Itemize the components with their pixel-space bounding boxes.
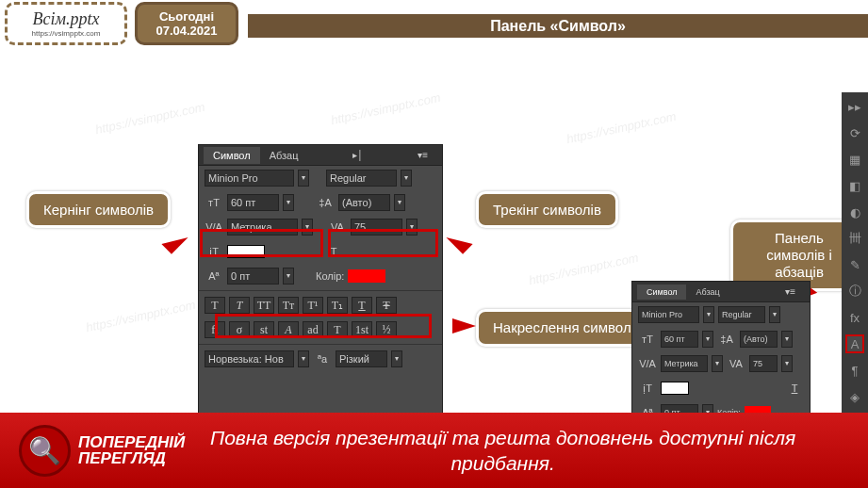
chevron-down-icon[interactable]: ▾: [283, 194, 294, 211]
tab-paragraph[interactable]: Абзац: [260, 147, 308, 164]
panel-tabs: Символ Абзац ▸│ ▾≡: [199, 145, 442, 166]
date-tag: Сьогодні 07.04.2021: [135, 2, 238, 45]
style-buttons-row: T T TT Tт T¹ T₁ T Ŧ: [199, 293, 442, 317]
kerning-select[interactable]: Метрика: [661, 355, 708, 372]
chevron-down-icon[interactable]: ▾: [298, 350, 309, 367]
layers-icon[interactable]: ◈: [845, 387, 864, 406]
arrow-icon: [161, 227, 188, 253]
stroke-icon: T: [324, 243, 343, 260]
history-icon[interactable]: ⟳: [845, 123, 864, 142]
footer-message: Повна версія презентації та решта доповн…: [185, 425, 868, 477]
text-color-swatch[interactable]: [348, 269, 385, 283]
leading-icon: ‡A: [717, 331, 736, 348]
antialias-select[interactable]: Різкий: [336, 350, 387, 367]
ot-ligatures[interactable]: fi: [205, 321, 225, 338]
ot-discretionary[interactable]: st: [254, 321, 274, 338]
panel-menu-icon[interactable]: ▾≡: [408, 147, 437, 163]
tracking-icon: VA: [328, 219, 347, 236]
watermark: https://vsimpptx.com: [528, 251, 640, 287]
chevron-down-icon[interactable]: ▾: [302, 219, 313, 236]
paragraph-panel-icon[interactable]: ¶: [845, 361, 864, 380]
panel-collapse-icon[interactable]: ▸│: [343, 147, 372, 163]
opentype-row: fi σ st A ad T 1st ½: [199, 317, 442, 342]
watermark: https://vsimpptx.com: [94, 100, 206, 137]
style-btn-italic[interactable]: T: [229, 297, 250, 314]
style-btn-underline[interactable]: T: [352, 297, 372, 314]
chevron-down-icon[interactable]: ▾: [298, 170, 309, 187]
language-select[interactable]: Норвезька: Нов: [205, 350, 294, 367]
chevron-down-icon[interactable]: ▾: [401, 170, 412, 187]
chevron-down-icon[interactable]: ▾: [769, 306, 780, 323]
font-size-input[interactable]: 60 пт: [661, 331, 698, 348]
chevron-down-icon[interactable]: ▾: [781, 355, 793, 372]
properties-icon[interactable]: 卌: [845, 229, 864, 248]
magnifier-icon: 🔍: [28, 435, 61, 466]
ot-stylistic[interactable]: ad: [303, 321, 323, 338]
expand-icon[interactable]: ▸▸: [845, 97, 864, 116]
style-btn-smallcaps[interactable]: Tт: [278, 297, 299, 314]
style-btn-regular[interactable]: T: [205, 297, 225, 314]
chevron-down-icon[interactable]: ▾: [702, 331, 713, 348]
chevron-down-icon[interactable]: ▾: [283, 268, 294, 285]
font-size-icon: тТ: [205, 194, 223, 211]
chevron-down-icon[interactable]: ▾: [781, 331, 793, 348]
font-size-input[interactable]: 60 пт: [227, 194, 279, 211]
leading-icon: ‡A: [316, 194, 335, 211]
watermark: https://vsimpptx.com: [85, 298, 197, 334]
fill-color-swatch[interactable]: [661, 382, 689, 395]
date-value: 07.04.2021: [156, 24, 217, 38]
tracking-input[interactable]: 75: [749, 355, 778, 372]
font-style-select[interactable]: Regular: [326, 170, 397, 187]
tab-paragraph[interactable]: Абзац: [686, 285, 729, 300]
styles-icon[interactable]: fx: [845, 308, 864, 327]
vscale-icon: ịT: [638, 380, 657, 397]
kerning-select[interactable]: Метрика: [227, 219, 298, 236]
adjustments-icon[interactable]: ◐: [845, 203, 864, 221]
chevron-down-icon[interactable]: ▾: [712, 355, 723, 372]
page-title: Панель «Символ»: [248, 14, 868, 38]
character-panel: Символ Абзац ▸│ ▾≡ Minion Pro▾ Regular▾ …: [198, 144, 443, 436]
chevron-down-icon[interactable]: ▾: [394, 194, 405, 211]
chevron-down-icon[interactable]: ▾: [703, 306, 714, 323]
ot-fractions[interactable]: ½: [376, 321, 397, 338]
leading-input[interactable]: (Авто): [338, 194, 390, 211]
preview-line2: ПЕРЕГЛЯД: [78, 450, 185, 466]
swatches-icon[interactable]: ▦: [845, 150, 864, 169]
logo-url: https://vsimpptx.com: [32, 29, 101, 38]
preview-badge: 🔍 ПОПЕРЕДНІЙ ПЕРЕГЛЯД: [19, 425, 185, 477]
chevron-down-icon[interactable]: ▾: [406, 219, 418, 236]
font-family-select[interactable]: Minion Pro: [205, 170, 294, 187]
ot-contextual[interactable]: σ: [229, 321, 250, 338]
character-panel-icon[interactable]: A: [845, 334, 864, 353]
ot-swash[interactable]: A: [278, 321, 299, 338]
chevron-down-icon[interactable]: ▾: [391, 350, 402, 367]
style-btn-subscript[interactable]: T₁: [327, 297, 348, 314]
ot-titling[interactable]: T: [327, 321, 348, 338]
style-btn-strike[interactable]: Ŧ: [376, 297, 397, 314]
date-label: Сьогодні: [159, 9, 214, 24]
font-style-select[interactable]: Regular: [718, 306, 765, 323]
kerning-icon: V/A: [638, 355, 657, 372]
baseline-input[interactable]: 0 пт: [227, 268, 279, 285]
logo-tag: Всім.pptx https://vsimpptx.com: [5, 2, 127, 45]
font-family-select[interactable]: Minion Pro: [638, 306, 699, 323]
callout-tracking: Трекінг символів: [476, 191, 618, 228]
tracking-icon: VA: [727, 355, 745, 372]
tab-symbol[interactable]: Символ: [637, 285, 686, 300]
panel-menu-icon[interactable]: ▾≡: [776, 284, 805, 300]
style-btn-superscript[interactable]: T¹: [303, 297, 323, 314]
preview-line1: ПОПЕРЕДНІЙ: [78, 434, 185, 450]
ot-ordinals[interactable]: 1st: [352, 321, 372, 338]
aa-icon: ªa: [313, 350, 332, 367]
info-icon[interactable]: ⓘ: [845, 282, 864, 301]
leading-input[interactable]: (Авто): [740, 331, 778, 348]
tab-symbol[interactable]: Символ: [204, 147, 260, 164]
logo-text: Всім.pptx: [33, 9, 100, 29]
style-btn-allcaps[interactable]: TT: [254, 297, 274, 314]
arrow-icon: [446, 227, 472, 253]
fill-color-swatch[interactable]: [227, 245, 265, 258]
color-label: Колір:: [316, 270, 344, 282]
brush-icon[interactable]: ✎: [845, 255, 864, 274]
tracking-input[interactable]: 75: [351, 219, 402, 236]
libraries-icon[interactable]: ◧: [845, 176, 864, 195]
